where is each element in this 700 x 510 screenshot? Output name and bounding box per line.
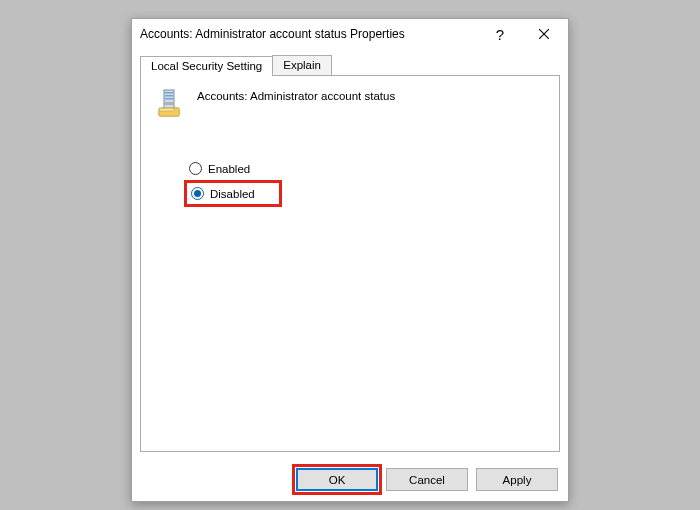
policy-name-label: Accounts: Administrator account status [197, 88, 395, 102]
radio-option-disabled[interactable]: Disabled [187, 183, 279, 204]
svg-rect-3 [165, 92, 173, 94]
close-button[interactable] [522, 20, 566, 48]
radio-icon [191, 187, 204, 200]
tabs-area: Local Security Setting Explain Account [132, 49, 568, 460]
tab-content: Accounts: Administrator account status E… [140, 75, 560, 452]
svg-rect-5 [165, 98, 173, 100]
radio-icon [189, 162, 202, 175]
titlebar: Accounts: Administrator account status P… [132, 19, 568, 49]
tabs-row: Local Security Setting Explain [140, 55, 560, 75]
window-title: Accounts: Administrator account status P… [140, 27, 478, 41]
tab-explain[interactable]: Explain [272, 55, 332, 75]
svg-rect-6 [165, 102, 173, 105]
button-row: OK Cancel Apply [132, 460, 568, 501]
properties-dialog: Accounts: Administrator account status P… [131, 18, 569, 502]
radio-option-enabled[interactable]: Enabled [187, 160, 545, 177]
radio-label: Enabled [208, 163, 250, 175]
radio-group: Enabled Disabled [187, 160, 545, 210]
cancel-button[interactable]: Cancel [386, 468, 468, 491]
server-policy-icon [155, 88, 187, 120]
close-icon [539, 29, 549, 39]
svg-rect-4 [165, 95, 173, 97]
radio-label: Disabled [210, 188, 255, 200]
tab-local-security-setting[interactable]: Local Security Setting [140, 56, 273, 76]
apply-button[interactable]: Apply [476, 468, 558, 491]
ok-button[interactable]: OK [296, 468, 378, 491]
help-button[interactable]: ? [478, 20, 522, 48]
policy-header: Accounts: Administrator account status [155, 88, 545, 120]
